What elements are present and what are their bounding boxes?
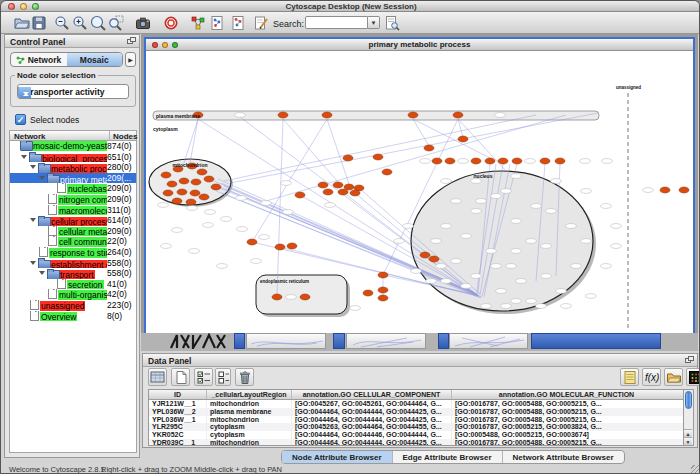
new-attribute-icon[interactable]: [171, 368, 190, 386]
network-node[interactable]: [287, 243, 297, 249]
tab-network-attribute-browser[interactable]: Network Attribute Browser: [503, 451, 624, 463]
network-node[interactable]: [485, 158, 495, 164]
network-node[interactable]: [445, 158, 455, 164]
open-file-icon[interactable]: [14, 15, 30, 31]
network-node[interactable]: [408, 112, 418, 118]
column-header[interactable]: ID: [149, 390, 207, 399]
network-node[interactable]: [555, 158, 565, 164]
background-window-fragment[interactable]: [333, 333, 345, 349]
import-network-icon[interactable]: [209, 15, 225, 31]
network-node[interactable]: [540, 158, 550, 164]
resize-grip[interactable]: [691, 465, 700, 474]
float-panel-icon[interactable]: [127, 37, 136, 45]
network-node[interactable]: [378, 272, 388, 278]
network-node[interactable]: [660, 187, 670, 193]
tab-network[interactable]: Network: [11, 53, 67, 66]
network-node[interactable]: [161, 172, 171, 178]
tab-overflow-arrow[interactable]: ▶: [125, 52, 136, 67]
network-node[interactable]: [453, 112, 463, 118]
background-window-fragment[interactable]: [169, 333, 227, 349]
network-node[interactable]: [333, 182, 343, 188]
network-node[interactable]: [204, 176, 214, 182]
network-node[interactable]: [278, 112, 288, 118]
network-node[interactable]: [275, 244, 285, 250]
network-node[interactable]: [382, 169, 392, 175]
network-node[interactable]: [295, 192, 305, 198]
search-dropdown-arrow[interactable]: ▼: [368, 16, 380, 29]
tree-item[interactable]: transport558(0): [10, 268, 136, 279]
tab-mosaic[interactable]: Mosaic: [67, 53, 123, 66]
table-row[interactable]: YDR039C__1mitochondrion[GO:0044464, GO:0…: [149, 439, 683, 446]
select-attributes-icon[interactable]: [194, 368, 213, 386]
tree-item[interactable]: mosaic-demo-yeast874(0): [10, 141, 136, 152]
background-window-fragment[interactable]: [346, 333, 426, 349]
tab-edge-attribute-browser[interactable]: Edge Attribute Browser: [393, 451, 503, 463]
network-node[interactable]: [272, 294, 282, 300]
network-edge[interactable]: [327, 119, 349, 184]
function-builder-icon[interactable]: f(x): [642, 368, 661, 386]
network-edge[interactable]: [230, 113, 598, 183]
tab-node-attribute-browser[interactable]: Node Attribute Browser: [282, 451, 393, 463]
tree-item[interactable]: biological_process651(0): [10, 152, 136, 163]
network-node[interactable]: [378, 295, 388, 301]
zoom-selected-icon[interactable]: [108, 15, 124, 31]
column-header[interactable]: annotation.GO MOLECULAR_FUNCTION: [452, 390, 681, 399]
node-color-dropdown[interactable]: transporter activity: [17, 84, 129, 99]
tree-item[interactable]: metabolic process280(0): [10, 162, 136, 173]
column-header[interactable]: _cellularLayoutRegion: [207, 390, 292, 399]
disclosure-triangle-icon[interactable]: [30, 258, 38, 269]
network-node[interactable]: [338, 189, 348, 195]
network-view-window[interactable]: primary metabolic process plasma membran…: [144, 37, 695, 333]
select-nodes-checkbox[interactable]: ✓: [15, 114, 26, 125]
attribute-table-icon[interactable]: [148, 368, 167, 386]
background-window-fragment[interactable]: [449, 333, 528, 349]
network-node[interactable]: [191, 179, 201, 185]
delete-attribute-icon[interactable]: [235, 368, 254, 386]
vizmapper-icon[interactable]: [190, 15, 206, 31]
network-node[interactable]: [343, 155, 353, 161]
table-row[interactable]: YPL036W__2plasma membrane[GO:0044464, GO…: [149, 408, 683, 416]
network-node[interactable]: [190, 190, 200, 196]
tree-item[interactable]: establishment of lo558(0): [10, 258, 136, 269]
disclosure-triangle-icon[interactable]: [39, 173, 47, 184]
network-node[interactable]: [498, 158, 508, 164]
zoom-in-icon[interactable]: [72, 15, 88, 31]
network-node[interactable]: [197, 169, 207, 175]
network-node[interactable]: [323, 189, 333, 195]
search-options-icon[interactable]: [384, 15, 400, 31]
network-edge[interactable]: [283, 119, 338, 182]
table-row[interactable]: YPL036W__1mitochondrion[GO:0044464, GO:0…: [149, 416, 683, 424]
network-node[interactable]: [167, 181, 177, 187]
table-row[interactable]: YKR052Ccytoplasm[GO:0044464, GO:0044446,…: [149, 431, 683, 439]
table-row[interactable]: YJR121W__1mitochondrion[GO:0045267, GO:0…: [149, 400, 683, 408]
notes-icon[interactable]: [620, 368, 639, 386]
network-node[interactable]: [424, 145, 434, 151]
disclosure-triangle-icon[interactable]: [30, 215, 38, 226]
network-node[interactable]: [186, 199, 196, 205]
network-node[interactable]: [471, 158, 481, 164]
attribute-table[interactable]: ID _cellularLayoutRegion annotation.GO C…: [148, 389, 684, 446]
network-node[interactable]: [512, 158, 522, 164]
network-node[interactable]: [177, 189, 187, 195]
tree-item[interactable]: primary metabo209(...: [10, 173, 136, 184]
network-node[interactable]: [432, 158, 442, 164]
matrix-icon[interactable]: [686, 368, 700, 386]
background-window-fragment[interactable]: [531, 333, 661, 349]
network-node[interactable]: [373, 154, 383, 160]
zoom-out-icon[interactable]: [54, 15, 70, 31]
tree-item[interactable]: macromolecule311(0): [10, 205, 136, 216]
search-input[interactable]: [305, 16, 368, 29]
network-node[interactable]: [179, 178, 189, 184]
tree-item[interactable]: response to stimulu264(0): [10, 247, 136, 258]
network-node[interactable]: [211, 184, 221, 190]
scroll-up-button[interactable]: ▲: [684, 429, 692, 437]
column-header[interactable]: annotation.GO CELLULAR_COMPONENT: [292, 390, 452, 399]
network-canvas[interactable]: plasma membrane cytoplasm mitochondrion …: [146, 51, 693, 333]
save-session-icon[interactable]: [31, 15, 47, 31]
network-node[interactable]: [458, 136, 468, 142]
network-node[interactable]: [172, 198, 182, 204]
annotation-icon[interactable]: [253, 15, 269, 31]
network-node[interactable]: [679, 187, 689, 193]
snapshot-camera-icon[interactable]: [135, 15, 151, 31]
network-node[interactable]: [318, 182, 328, 188]
